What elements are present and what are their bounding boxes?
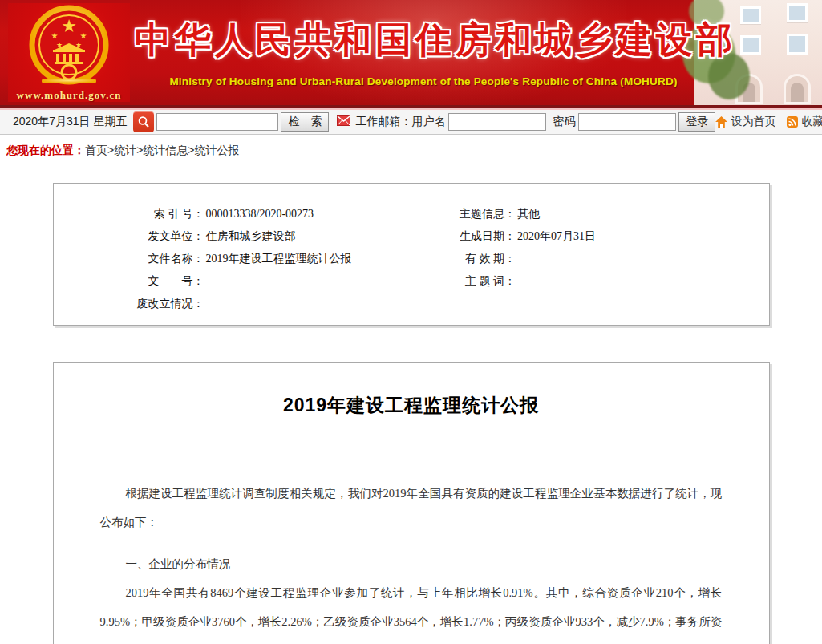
password-label: 密码 [553,115,575,129]
info-row-validity: 有 效 期： [447,248,768,270]
article-panel: 2019年建设工程监理统计公报 根据建设工程监理统计调查制度相关规定，我们对20… [53,362,770,644]
current-date: 2020年7月31日 星期五 [13,115,127,129]
breadcrumb: 您现在的位置：首页>统计>统计信息>统计公报 [0,135,822,158]
info-row-topic-info: 主题信息： 其他 [447,203,768,225]
info-row-keywords: 主 题 词： [447,270,768,293]
breadcrumb-trail[interactable]: 首页>统计>统计信息>统计公报 [85,144,240,156]
info-row-repeal-status: 废改立情况： [54,293,447,315]
username-input[interactable] [448,113,546,131]
password-input[interactable] [578,113,676,131]
search-button[interactable]: 检 索 [281,112,329,132]
mail-username-label: 工作邮箱：用户名 [355,115,445,129]
info-row-document-name: 文件名称： 2019年建设工程监理统计公报 [54,248,447,270]
info-row-generated-date: 生成日期： 2020年07月31日 [447,225,768,248]
article-title: 2019年建设工程监理统计公报 [100,393,723,418]
ministry-title-cn: 中华人民共和国住房和城乡建设部 [135,16,712,64]
article-stats-paragraph: 2019年全国共有8469个建设工程监理企业参加了统计，与上年相比增长0.91%… [100,578,723,644]
article-intro-paragraph: 根据建设工程监理统计调查制度相关规定，我们对2019年全国具有资质的建设工程监理… [100,479,723,537]
search-icon[interactable] [133,111,154,132]
ministry-title-en: Ministry of Housing and Urban-Rural Deve… [135,75,712,87]
home-icon [715,116,727,128]
svg-text:★: ★ [80,31,87,40]
rss-icon [787,116,798,128]
info-row-empty [447,293,768,315]
document-info-box: 索 引 号： 000013338/2020-00273 主题信息： 其他 发文单… [53,183,770,326]
search-input[interactable] [156,113,278,131]
site-url: www.mohurd.gov.cn [8,89,130,102]
mail-icon [337,115,350,128]
national-emblem-icon: ★ ★ ★ ★ ★ [26,5,112,88]
info-row-document-number: 文 号： [54,270,447,293]
svg-text:★: ★ [61,16,77,36]
national-emblem: ★ ★ ★ ★ ★ www.mohurd.gov.cn [8,3,130,102]
breadcrumb-label: 您现在的位置： [6,144,85,156]
top-toolbar: 2020年7月31日 星期五 检 索 工作邮箱：用户名 密码 登录 设为首页 [0,110,822,135]
info-row-index-number: 索 引 号： 000013338/2020-00273 [54,203,447,225]
section-1-heading: 一、企业的分布情况 [100,549,723,578]
set-homepage-link[interactable]: 设为首页 [715,115,775,129]
svg-text:★: ★ [51,31,59,40]
info-row-issuing-unit: 发文单位： 住房和城乡建设部 [54,225,447,248]
site-banner: ★ ★ ★ ★ ★ www.mohurd.gov.cn 中华人民共和国住房和城乡… [0,0,822,105]
favorite-site-link[interactable]: 收藏本站 [787,115,822,129]
login-button[interactable]: 登录 [678,112,715,132]
